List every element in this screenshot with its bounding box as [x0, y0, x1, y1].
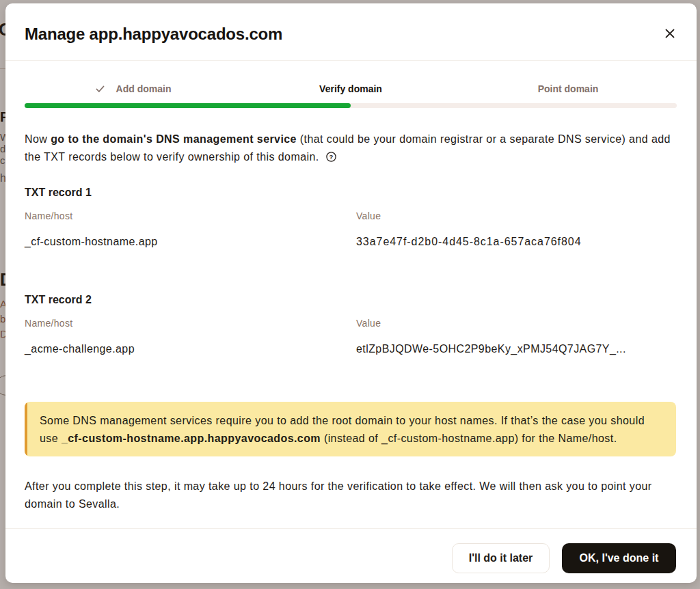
- svg-text:?: ?: [329, 153, 333, 161]
